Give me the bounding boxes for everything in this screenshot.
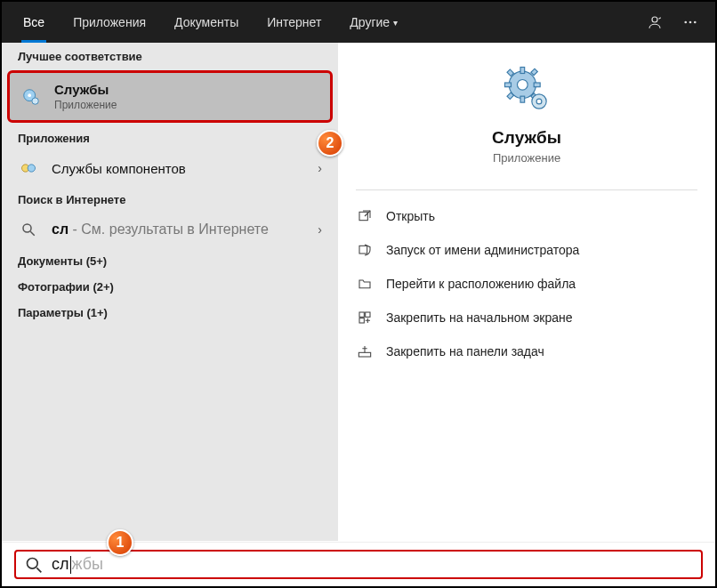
search-icon xyxy=(18,219,39,240)
feedback-icon[interactable] xyxy=(637,4,673,40)
text-caret xyxy=(70,556,71,574)
result-best-match[interactable]: Службы Приложение xyxy=(2,68,338,125)
section-params[interactable]: Параметры (1+) xyxy=(2,299,338,325)
tab-apps[interactable]: Приложения xyxy=(59,2,160,43)
result-title: Службы xyxy=(54,82,117,97)
action-open-location[interactable]: Перейти к расположению файла xyxy=(356,267,697,301)
svg-point-8 xyxy=(28,165,35,172)
section-documents[interactable]: Документы (5+) xyxy=(2,247,338,273)
tab-label: Документы xyxy=(174,15,238,29)
result-app-item[interactable]: Службы компонентов › xyxy=(2,150,338,186)
main-area: Лучшее соответствие Службы Приложение Пр… xyxy=(2,43,715,541)
svg-rect-15 xyxy=(534,83,540,87)
tab-label: Приложения xyxy=(73,15,146,29)
pin-start-icon xyxy=(356,309,374,326)
gear-icon xyxy=(20,86,42,108)
tab-label: Интернет xyxy=(267,15,321,29)
tab-all[interactable]: Все xyxy=(9,2,59,43)
svg-point-20 xyxy=(518,80,528,91)
section-photos[interactable]: Фотографии (2+) xyxy=(2,273,338,299)
svg-rect-12 xyxy=(520,68,525,74)
action-label: Закрепить на начальном экране xyxy=(386,310,573,325)
admin-icon xyxy=(356,241,374,259)
search-icon xyxy=(25,556,43,574)
svg-point-9 xyxy=(23,224,31,232)
filter-tabs: Все Приложения Документы Интернет Другие… xyxy=(2,2,715,43)
action-run-as-admin[interactable]: Запуск от имени администратора xyxy=(356,233,697,267)
section-apps: Приложения xyxy=(2,125,338,150)
open-icon xyxy=(356,207,374,225)
svg-line-10 xyxy=(30,231,35,236)
svg-rect-29 xyxy=(358,352,370,357)
action-label: Перейти к расположению файла xyxy=(386,277,576,291)
svg-point-2 xyxy=(689,21,692,24)
tab-label: Все xyxy=(23,15,44,29)
svg-point-3 xyxy=(694,21,697,24)
section-best-match: Лучшее соответствие xyxy=(2,43,338,68)
svg-point-5 xyxy=(28,93,31,97)
services-icon xyxy=(502,64,552,114)
tab-internet[interactable]: Интернет xyxy=(253,2,335,43)
svg-rect-25 xyxy=(359,246,367,254)
search-input[interactable]: слжбы xyxy=(52,555,692,574)
results-pane: Лучшее соответствие Службы Приложение Пр… xyxy=(2,43,338,541)
svg-rect-26 xyxy=(359,312,364,317)
annotation-badge-2: 2 xyxy=(317,130,343,157)
annotation-badge-1: 1 xyxy=(107,529,133,556)
tab-more[interactable]: Другие▾ xyxy=(335,2,412,43)
detail-subtitle: Приложение xyxy=(493,151,560,165)
search-ghost-text: жбы xyxy=(72,555,104,573)
result-text: Службы компонентов xyxy=(52,161,186,176)
svg-line-31 xyxy=(36,568,41,572)
svg-point-30 xyxy=(28,558,38,568)
svg-point-1 xyxy=(684,21,687,24)
detail-pane: Службы Приложение Открыть Запуск от имен… xyxy=(338,43,715,541)
action-label: Закрепить на панели задач xyxy=(386,344,544,358)
web-suffix: - См. результаты в Интернете xyxy=(68,222,269,237)
folder-icon xyxy=(356,275,374,293)
action-pin-taskbar[interactable]: Закрепить на панели задач xyxy=(356,334,697,368)
search-typed-text: сл xyxy=(52,555,69,573)
chevron-right-icon: › xyxy=(318,222,322,237)
svg-rect-27 xyxy=(366,312,370,317)
result-text: Службы Приложение xyxy=(54,82,117,111)
result-subtitle: Приложение xyxy=(54,99,117,111)
action-label: Открыть xyxy=(386,209,435,223)
section-web: Поиск в Интернете xyxy=(2,186,338,212)
detail-title: Службы xyxy=(492,128,561,148)
svg-point-22 xyxy=(536,99,542,104)
result-title: Службы компонентов xyxy=(52,161,186,176)
tab-label: Другие xyxy=(350,15,390,29)
pin-taskbar-icon xyxy=(356,342,374,360)
chevron-right-icon: › xyxy=(318,161,322,175)
svg-rect-18 xyxy=(531,68,537,75)
action-pin-start[interactable]: Закрепить на начальном экране xyxy=(356,301,697,334)
chevron-down-icon: ▾ xyxy=(393,18,398,28)
tab-docs[interactable]: Документы xyxy=(160,2,253,43)
more-options-icon[interactable] xyxy=(673,4,708,40)
svg-rect-23 xyxy=(359,212,367,220)
result-text: сл - См. результаты в Интернете xyxy=(52,222,269,238)
result-web-item[interactable]: сл - См. результаты в Интернете › xyxy=(2,212,338,247)
svg-point-6 xyxy=(32,97,38,103)
svg-rect-13 xyxy=(520,96,525,102)
action-label: Запуск от имени администратора xyxy=(386,243,579,257)
web-query: сл xyxy=(52,222,68,237)
svg-point-0 xyxy=(652,17,657,22)
separator xyxy=(356,189,697,190)
component-services-icon xyxy=(18,157,39,179)
svg-rect-28 xyxy=(359,318,364,323)
action-open[interactable]: Открыть xyxy=(356,199,697,233)
detail-header: Службы Приложение xyxy=(356,64,697,181)
svg-rect-14 xyxy=(505,83,512,87)
